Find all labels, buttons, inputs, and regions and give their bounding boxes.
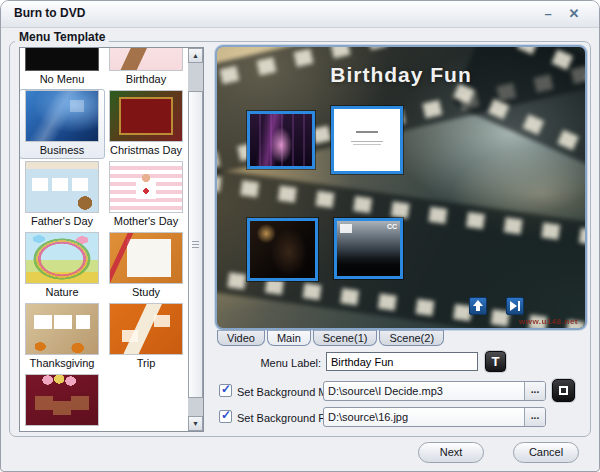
template-label: No Menu [20, 71, 104, 87]
template-grid: No Menu Birthday Business Christmas Day … [20, 47, 188, 432]
font-settings-button[interactable]: T [485, 351, 506, 372]
background-picture-checkbox[interactable]: ✓ [219, 410, 232, 423]
up-arrow-icon [470, 298, 486, 314]
scroll-up-button[interactable]: ▲ [188, 48, 203, 63]
template-item-business[interactable]: Business [20, 90, 104, 158]
scene-thumbnail-night-sky[interactable]: CC [334, 218, 403, 279]
template-thumbnail [109, 47, 183, 71]
cc-badge: CC [387, 223, 397, 230]
template-label: Birthday [104, 71, 188, 87]
close-button[interactable]: ✕ [565, 5, 583, 23]
browse-picture-button[interactable]: ... [524, 408, 545, 426]
template-thumbnail [109, 232, 183, 284]
scene-thumbnail-slide[interactable] [331, 106, 403, 174]
template-thumbnail [109, 303, 183, 355]
menu-preview: Birthday Fun CC www.u148.net [215, 45, 587, 330]
background-picture-path: D:\source\16.jpg [324, 408, 524, 426]
background-music-path: D:\source\I Decide.mp3 [324, 382, 524, 400]
minimize-button[interactable]: – [539, 5, 557, 23]
template-thumbnail [109, 161, 183, 213]
template-item-thanksgiving-day[interactable]: Thanksgiving Day [20, 303, 104, 371]
tab-video[interactable]: Video [217, 330, 265, 346]
window-title: Burn to DVD [14, 6, 85, 20]
template-thumbnail [25, 374, 99, 426]
dvd-menu-title: Birthday Fun [217, 63, 585, 87]
burn-to-dvd-dialog: Burn to DVD – ✕ Menu Template No Menu Bi… [0, 0, 600, 472]
preview-tabs: Video Main Scene(1) Scene(2) [217, 330, 444, 346]
template-thumbnail [25, 161, 99, 213]
background-picture-field[interactable]: D:\source\16.jpg ... [323, 407, 546, 427]
checkmark-icon: ✓ [221, 408, 231, 422]
menu-up-button[interactable] [469, 297, 487, 315]
template-item-christmas-day[interactable]: Christmas Day [104, 90, 188, 158]
template-item-nature[interactable]: Nature [20, 232, 104, 300]
template-label: Mother's Day [104, 213, 188, 229]
scrollbar-thumb[interactable] [188, 91, 203, 398]
template-label: Thanksgiving Day [20, 355, 104, 371]
template-label: Study [104, 284, 188, 300]
menu-next-page-button[interactable] [506, 297, 524, 315]
template-thumbnail [25, 90, 99, 142]
scene-thumbnail-concert[interactable] [247, 111, 315, 169]
watermark-text: www.u148.net [519, 317, 578, 326]
next-page-icon [507, 298, 523, 314]
background-music-field[interactable]: D:\source\I Decide.mp3 ... [323, 381, 546, 401]
next-button[interactable]: Next [418, 442, 484, 463]
template-label [20, 426, 104, 432]
template-thumbnail [25, 47, 99, 71]
template-label: Trip [104, 355, 188, 371]
template-item-fathers-day[interactable]: Father's Day [20, 161, 104, 229]
template-label: Christmas Day [104, 142, 188, 158]
group-title: Menu Template [15, 30, 109, 44]
browse-music-button[interactable]: ... [524, 382, 545, 400]
template-thumbnail [25, 303, 99, 355]
menu-label-input[interactable] [326, 352, 478, 371]
checkmark-icon: ✓ [221, 382, 231, 396]
stop-music-button[interactable] [552, 379, 575, 402]
template-item-trip[interactable]: Trip [104, 303, 188, 371]
template-label: Father's Day [20, 213, 104, 229]
menu-label-caption: Menu Label: [231, 357, 321, 369]
scroll-down-button[interactable]: ▼ [188, 416, 203, 431]
template-item-birthday[interactable]: Birthday [104, 47, 188, 87]
template-item-partial[interactable] [20, 374, 104, 432]
template-label: Nature [20, 284, 104, 300]
template-item-mothers-day[interactable]: Mother's Day [104, 161, 188, 229]
tab-scene1[interactable]: Scene(1) [313, 330, 378, 346]
template-scrollbar[interactable]: ▲ ▼ [188, 48, 203, 431]
template-label: Business [20, 142, 104, 158]
tab-main[interactable]: Main [267, 330, 311, 346]
template-list: No Menu Birthday Business Christmas Day … [19, 47, 204, 432]
template-item-study[interactable]: Study [104, 232, 188, 300]
template-thumbnail [25, 232, 99, 284]
title-bar[interactable]: Burn to DVD – ✕ [1, 1, 599, 28]
background-music-checkbox[interactable]: ✓ [219, 384, 232, 397]
stop-icon [559, 386, 568, 395]
scene-thumbnail-dark-room[interactable] [247, 218, 318, 281]
template-thumbnail [109, 90, 183, 142]
tab-scene2[interactable]: Scene(2) [379, 330, 444, 346]
cancel-button[interactable]: Cancel [513, 442, 579, 463]
template-item-no-menu[interactable]: No Menu [20, 47, 104, 87]
